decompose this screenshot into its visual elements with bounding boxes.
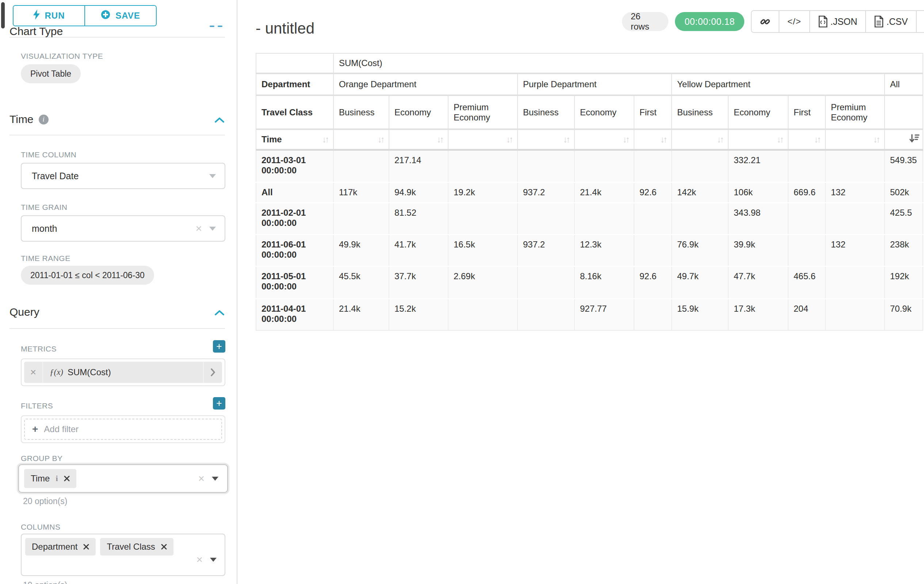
clear-icon[interactable]: × [198,473,205,484]
export-json-button[interactable]: .JSON [810,11,866,32]
sort-icon[interactable]: ↓↑ [873,134,881,145]
sort-cell[interactable]: ↓↑ [672,129,728,150]
remove-tag-icon[interactable] [64,475,70,482]
save-button[interactable]: SAVE [85,6,156,26]
sort-icon[interactable]: ↓↑ [814,134,822,145]
column-header: Business [672,95,728,129]
json-file-icon [818,16,828,27]
remove-metric-icon[interactable]: × [24,362,43,383]
sort-cell[interactable]: ↓↑ [574,129,634,150]
department-header-row: Department Orange Department Purple Depa… [256,73,923,95]
table-row: 2011-02-01 00:00:00 81.52 343.98 425.5 [256,202,923,234]
query-duration-badge: 00:00:00.18 [675,12,744,31]
col-dim-travel-class: Travel Class [256,95,333,129]
sort-cell-active[interactable] [884,129,923,150]
sort-icon[interactable]: ↓↑ [506,134,513,145]
sort-icon[interactable]: ↓↑ [777,134,784,145]
time-column-value: Travel Date [21,171,79,181]
time-column-label: TIME COLUMN [21,150,77,159]
remove-tag-icon[interactable] [83,544,89,550]
cell: 549.35 [884,150,923,182]
group-by-select[interactable]: Time i × [18,464,228,493]
columns-tag[interactable]: Travel Class [100,538,173,556]
group-by-options-count: 20 option(s) [23,497,67,506]
run-button-label: RUN [45,11,65,21]
pivot-table: SUM(Cost) Department Orange Department P… [256,53,923,331]
columns-tag[interactable]: Department [25,538,96,556]
cell [825,150,884,182]
collapse-time-chevron-up-icon[interactable] [214,117,225,125]
sort-cell[interactable]: ↓↑ [518,129,574,150]
more-options-button[interactable] [917,11,924,32]
chevron-down-icon[interactable] [209,174,216,178]
cell: 76.9k [672,234,728,266]
metric-label: ƒ(x) SUM(Cost) [43,367,203,377]
sort-cell[interactable]: ↓↑ [825,129,884,150]
cell: 238k [884,234,923,266]
sort-cell[interactable]: ↓↑ [389,129,448,150]
cell [825,266,884,299]
sort-icon[interactable]: ↓↑ [322,134,330,145]
chevron-down-icon[interactable] [212,477,218,481]
sort-cell[interactable]: ↓↑ [728,129,788,150]
cell: 502k [884,182,923,202]
sort-cell[interactable]: ↓↑ [333,129,389,150]
cell: 927.77 [574,299,634,330]
cell: 41.7k [389,234,448,266]
link-icon [760,16,771,27]
cell [518,202,574,234]
run-button[interactable]: RUN [13,6,85,26]
plus-icon: + [32,423,38,435]
copy-link-button[interactable] [752,11,779,32]
sort-icon[interactable]: ↓↑ [563,134,571,145]
table-row: 2011-04-01 00:00:00 21.4k 15.2k 927.77 1… [256,299,923,330]
sort-cell[interactable]: ↓↑ [788,129,825,150]
viz-type-value-pill[interactable]: Pivot Table [21,64,81,83]
row-dim-time[interactable]: Time↓↑ [256,129,333,150]
cell [448,202,518,234]
sort-cell[interactable]: ↓↑ [448,129,518,150]
time-range-value-pill[interactable]: 2011-01-01 ≤ col < 2011-06-30 [21,266,154,285]
sort-icon[interactable]: ↓↑ [623,134,630,145]
cell: 70.9k [884,299,923,330]
metric-pill[interactable]: × ƒ(x) SUM(Cost) [24,362,222,383]
cell: 332.21 [728,150,788,182]
clipped-icon-fragment [218,26,223,27]
time-grain-value: month [21,224,57,234]
expand-metric-chevron-right-icon[interactable] [203,362,222,383]
cell [672,150,728,182]
sort-icon[interactable]: ↓↑ [437,134,444,145]
columns-select[interactable]: Department Travel Class × [21,534,225,576]
sort-descending-icon[interactable] [909,133,920,145]
clear-icon[interactable]: × [196,554,203,565]
remove-tag-icon[interactable] [161,544,167,550]
clear-icon[interactable]: × [195,223,202,234]
run-save-button-group: RUN SAVE [13,5,157,26]
add-metric-button[interactable]: + [213,340,225,353]
cell: 45.5k [333,266,389,299]
cell [788,234,825,266]
time-range-label: TIME RANGE [21,254,71,263]
group-by-tag[interactable]: Time i [24,469,76,488]
row-label: All [256,182,333,202]
cell [518,299,574,330]
view-query-button[interactable]: </> [779,11,810,32]
collapse-query-chevron-up-icon[interactable] [214,309,225,317]
chevron-down-icon[interactable] [210,558,216,562]
cell: 2.69k [448,266,518,299]
sort-icon[interactable]: ↓↑ [717,134,724,145]
sort-icon[interactable]: ↓↑ [378,134,385,145]
column-header: Premium Economy [448,95,518,129]
cell [634,202,672,234]
chart-title[interactable]: - untitled [256,20,314,37]
sort-icon[interactable]: ↓↑ [660,134,668,145]
time-grain-select[interactable]: month × [21,216,225,242]
add-filter-button[interactable]: + Add filter [24,419,222,440]
export-csv-button[interactable]: .CSV [866,11,916,32]
sort-cell[interactable]: ↓↑ [634,129,672,150]
add-filter-label: Add filter [44,424,79,434]
time-column-select[interactable]: Travel Date [21,163,225,189]
add-filter-plus-button[interactable]: + [213,397,225,410]
chevron-down-icon[interactable] [209,227,216,231]
panel-scrollbar-thumb[interactable] [1,2,5,28]
